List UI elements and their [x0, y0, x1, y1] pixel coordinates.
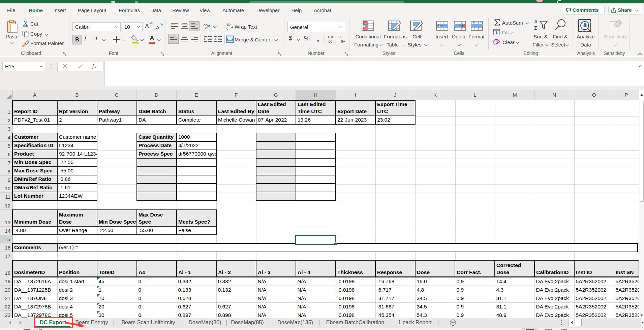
svg-text:ab: ab: [226, 22, 231, 26]
svg-text:ab: ab: [204, 23, 208, 27]
svg-text:.00: .00: [338, 35, 342, 39]
svg-text:0: 0: [331, 35, 333, 39]
svg-text:0: 0: [341, 40, 343, 43]
svg-text:c: c: [226, 26, 228, 30]
svg-text:.00: .00: [328, 40, 332, 43]
